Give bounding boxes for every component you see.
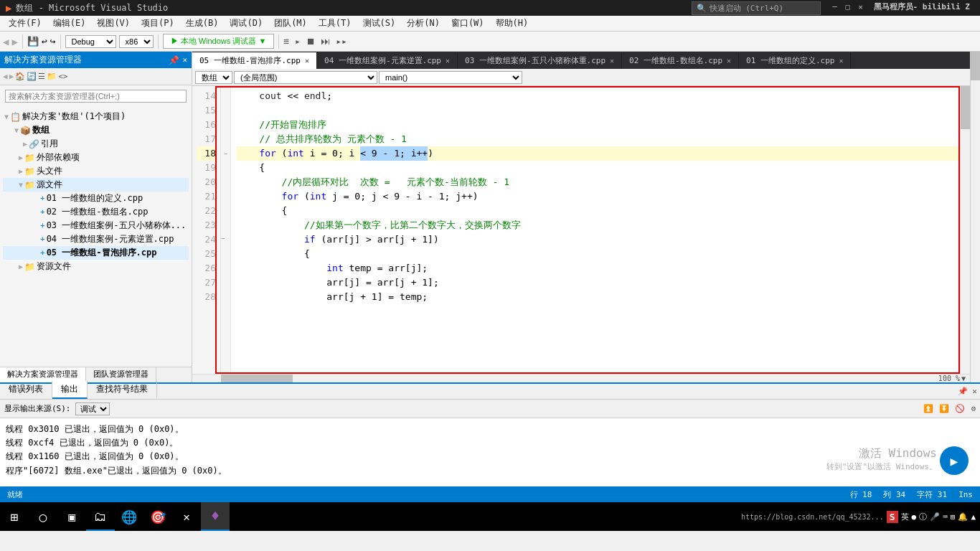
play-button[interactable]: ▶: [940, 446, 969, 475]
res-label: 资源文件: [37, 260, 71, 273]
scope-select[interactable]: 数组: [195, 71, 232, 84]
tree-project[interactable]: ▼ 📦 数组: [3, 123, 189, 137]
menu-file[interactable]: 文件(F): [3, 16, 47, 31]
up-arrow-icon[interactable]: ▲: [971, 512, 976, 522]
output-btn-4[interactable]: ⚙: [971, 404, 976, 413]
platform-select[interactable]: x86 x64: [119, 35, 154, 48]
tab-pig[interactable]: 03 一维数组案例-五只小猪称体重.cpp ✕: [458, 52, 622, 69]
tree-file-4[interactable]: + 04 一维数组案例-元素逆置.cpp: [3, 232, 189, 246]
toolbar-save-all[interactable]: 💾: [27, 36, 39, 47]
menu-help[interactable]: 帮助(H): [490, 16, 534, 31]
close-taskbar[interactable]: ✕: [172, 502, 201, 531]
grid-icon[interactable]: ⊞: [951, 512, 956, 522]
fold-btn-18[interactable]: −: [224, 150, 227, 157]
solution-explorer-tab[interactable]: 解决方案资源管理器: [0, 367, 86, 382]
sidebar-close[interactable]: ✕: [182, 55, 187, 65]
sidebar-search-input[interactable]: [5, 90, 187, 103]
tree-file-3[interactable]: + 03 一维数组案例-五只小猪称体...: [3, 219, 189, 232]
panel-pin[interactable]: 📌 ✕: [958, 387, 977, 396]
menu-project[interactable]: 项目(P): [136, 16, 180, 31]
show-all-btn[interactable]: 📁: [47, 72, 57, 81]
errors-tab[interactable]: 错误列表: [0, 381, 52, 399]
start-button[interactable]: ⊞: [0, 502, 29, 531]
tree-file-5[interactable]: + 05 一维数组-冒泡排序.cpp: [3, 246, 189, 260]
tree-solution[interactable]: ▼ 📋 解决方案'数组'(1个项目): [3, 110, 189, 123]
toolbar-forward[interactable]: ▶: [11, 36, 17, 47]
code-content[interactable]: cout << endl; //开始冒泡排序 // 总共排序轮数为 元素个数 -…: [231, 86, 960, 374]
menu-build[interactable]: 生成(B): [180, 16, 225, 31]
menu-window[interactable]: 窗口(W): [446, 16, 490, 31]
nav-up[interactable]: 🏠: [15, 72, 25, 81]
tree-file-1[interactable]: + 01 一维数组的定义.cpp: [3, 192, 189, 205]
func-select[interactable]: main(): [379, 71, 522, 84]
info-icon[interactable]: ⓘ: [919, 512, 927, 522]
menu-edit[interactable]: 编辑(E): [47, 16, 92, 31]
chrome-taskbar[interactable]: 🌐: [115, 502, 143, 531]
find-symbol-tab[interactable]: 查找符号结果: [88, 381, 157, 399]
output-source-select[interactable]: 调试: [75, 402, 110, 415]
tree-resources[interactable]: ▶ 📁 资源文件: [3, 260, 189, 273]
editor-vscrollbar[interactable]: [960, 86, 970, 374]
tree-headers[interactable]: ▶ 📁 头文件: [3, 164, 189, 178]
tab-close-3[interactable]: ✕: [610, 57, 614, 65]
sidebar-pin[interactable]: 📌: [169, 55, 179, 65]
menu-analyze[interactable]: 分析(N): [401, 16, 446, 31]
icon-taskbar-2[interactable]: ⚙: [230, 502, 258, 531]
tree-references[interactable]: ▶ 🔗 引用: [3, 137, 189, 151]
maximize-button[interactable]: □: [842, 1, 854, 13]
keyboard-icon[interactable]: ⌨: [943, 512, 948, 522]
hscroll-thumb[interactable]: [221, 375, 293, 382]
filter-btn[interactable]: ☰: [38, 72, 45, 81]
edge-taskbar[interactable]: 🎯: [143, 502, 172, 531]
task-view-button[interactable]: ▣: [57, 502, 86, 531]
vs-taskbar[interactable]: ♦: [201, 502, 230, 531]
tab-close-2[interactable]: ✕: [446, 57, 450, 65]
team-explorer-tab[interactable]: 团队资源管理器: [86, 367, 156, 382]
fold-btn-24[interactable]: −: [221, 235, 225, 242]
nav-back[interactable]: ◀: [3, 72, 8, 81]
output-btn-2[interactable]: ⏬: [939, 404, 949, 413]
toolbar-redo[interactable]: ↪: [50, 36, 56, 47]
menu-view[interactable]: 视图(V): [91, 16, 136, 31]
zoom-dropdown[interactable]: ▼: [961, 375, 966, 382]
outer-vscrollbar[interactable]: [970, 52, 980, 382]
tree-file-2[interactable]: + 02 一维数组-数组名.cpp: [3, 205, 189, 219]
quick-launch[interactable]: 🔍 快速启动 (Ctrl+Q): [692, 1, 821, 15]
tab-reverse[interactable]: 04 一维数组案例-元素逆置.cpp ✕: [317, 52, 458, 69]
editor-hscrollbar[interactable]: 100 % ▼: [192, 374, 970, 382]
tab-close-1[interactable]: ✕: [305, 57, 309, 65]
tab-close-5[interactable]: ✕: [839, 57, 843, 65]
run-button[interactable]: ▶ 本地 Windows 调试器 ▼: [163, 34, 275, 49]
menu-debug[interactable]: 调试(D): [224, 16, 268, 31]
sync-btn[interactable]: 🔄: [27, 72, 37, 81]
tree-source-files[interactable]: ▼ 📁 源文件: [3, 178, 189, 192]
notification-icon[interactable]: 🔔: [958, 512, 968, 522]
tab-arrname[interactable]: 02 一维数组-数组名.cpp ✕: [622, 52, 739, 69]
lang-indicator[interactable]: 英: [901, 512, 909, 522]
vscroll-thumb[interactable]: [961, 86, 970, 129]
minimize-button[interactable]: ─: [829, 1, 841, 13]
output-tab[interactable]: 输出: [52, 381, 88, 399]
toolbar-back[interactable]: ◀: [3, 36, 9, 47]
search-button[interactable]: ○: [29, 502, 57, 531]
debug-config-select[interactable]: Debug Release: [65, 35, 116, 48]
tree-external-deps[interactable]: ▶ 📁 外部依赖项: [3, 151, 189, 164]
menu-test[interactable]: 测试(S): [357, 16, 402, 31]
mic-icon[interactable]: 🎤: [930, 512, 940, 522]
zoom-indicator[interactable]: 100 % ▼: [934, 375, 970, 382]
tab-close-4[interactable]: ✕: [727, 57, 731, 65]
output-btn-3[interactable]: 🚫: [955, 404, 965, 413]
nav-forward[interactable]: ▶: [9, 72, 14, 81]
code-view-btn[interactable]: <>: [58, 72, 67, 81]
toolbar-more[interactable]: ≡ ▸ ⏹ ⏭ ▸▸: [283, 36, 347, 47]
close-button[interactable]: ✕: [855, 1, 867, 13]
scope-range-select[interactable]: (全局范围): [234, 71, 377, 84]
tab-bubblesort[interactable]: 05 一维数组-冒泡排序.cpp ✕: [192, 52, 317, 69]
menu-team[interactable]: 团队(M): [268, 16, 313, 31]
taskbar-s-icon[interactable]: S: [887, 511, 898, 523]
toolbar-undo[interactable]: ↩: [42, 36, 47, 47]
output-btn-1[interactable]: ⏫: [923, 404, 933, 413]
tab-arrdef[interactable]: 01 一维数组的定义.cpp ✕: [739, 52, 851, 69]
menu-tools[interactable]: 工具(T): [313, 16, 357, 31]
file-explorer-taskbar[interactable]: 🗂: [86, 502, 115, 531]
